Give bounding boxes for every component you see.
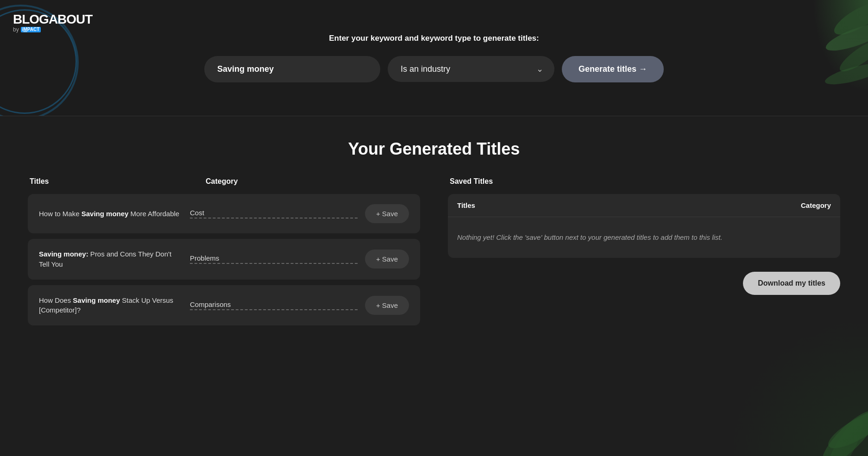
section-title: Your Generated Titles <box>28 139 840 159</box>
logo-by: by <box>13 27 19 32</box>
title-card: How to Make Saving money More Affordable… <box>28 194 420 233</box>
saved-titles-header: Saved Titles <box>448 177 840 186</box>
col-header-category: Category <box>206 177 238 186</box>
title-card: How Does Saving money Stack Up Versus [C… <box>28 285 420 326</box>
decorative-leaves-top <box>785 0 868 106</box>
svg-point-0 <box>830 0 868 40</box>
saved-col-title: Titles <box>457 201 757 209</box>
left-column: Titles Category How to Make Saving money… <box>28 177 420 331</box>
logo-impact-rest: PACT <box>27 27 39 32</box>
svg-point-4 <box>815 404 868 456</box>
title-card: Saving money: Pros and Cons They Don't T… <box>28 239 420 280</box>
svg-point-5 <box>824 402 868 455</box>
logo-main: BLOGABOUT <box>13 13 92 26</box>
title-text: Saving money: Pros and Cons They Don't T… <box>39 249 182 269</box>
col-header-titles: Titles <box>30 177 206 186</box>
svg-point-1 <box>823 18 868 56</box>
logo-impact-m: M <box>23 27 27 32</box>
content-grid: Titles Category How to Make Saving money… <box>28 177 840 331</box>
title-text-after: More Affordable <box>128 210 179 218</box>
svg-point-6 <box>821 414 868 456</box>
header-section: BLOGABOUT by iMPACT Enter your keyword a… <box>0 0 868 116</box>
category-label: Problems <box>190 254 358 264</box>
title-text-before: How to Make <box>39 210 82 218</box>
keyword-type-wrapper: Is an industry Is a product Is a service… <box>388 56 554 82</box>
category-label: Cost <box>190 209 358 219</box>
right-column: Saved Titles Titles Category Nothing yet… <box>448 177 840 331</box>
save-button[interactable]: + Save <box>365 204 409 223</box>
logo-impact: iMPACT <box>21 27 41 32</box>
title-keyword: Saving money <box>73 296 120 304</box>
main-section: Your Generated Titles Titles Category Ho… <box>0 116 868 456</box>
keyword-type-select[interactable]: Is an industry Is a product Is a service… <box>388 56 554 82</box>
title-text: How Does Saving money Stack Up Versus [C… <box>39 295 182 316</box>
column-headers: Titles Category <box>28 177 420 186</box>
title-keyword: Saving money: <box>39 250 88 258</box>
saved-titles-box: Titles Category Nothing yet! Click the '… <box>448 194 840 258</box>
logo-sub: by iMPACT <box>13 27 92 32</box>
logo-area: BLOGABOUT by iMPACT <box>13 13 92 32</box>
keyword-input[interactable]: Saving money <box>204 56 380 82</box>
category-label: Comparisons <box>190 300 358 310</box>
logo-text: BLOGABOUT <box>13 12 92 26</box>
generate-titles-button[interactable]: Generate titles → <box>562 56 664 82</box>
title-text-before: How Does <box>39 296 73 304</box>
decorative-leaves-bottom <box>748 336 868 456</box>
title-keyword: Saving money <box>82 210 129 218</box>
svg-point-3 <box>823 60 868 89</box>
saved-empty-message: Nothing yet! Click the 'save' button nex… <box>448 217 840 258</box>
header-instruction: Enter your keyword and keyword type to g… <box>329 34 539 43</box>
svg-point-2 <box>836 35 868 76</box>
save-button[interactable]: + Save <box>365 296 409 315</box>
download-titles-button[interactable]: Download my titles <box>743 272 840 295</box>
controls-row: Saving money Is an industry Is a product… <box>204 56 664 82</box>
saved-titles-table-header: Titles Category <box>448 194 840 217</box>
title-text: How to Make Saving money More Affordable <box>39 209 182 219</box>
saved-col-category: Category <box>757 201 831 209</box>
save-button[interactable]: + Save <box>365 250 409 269</box>
